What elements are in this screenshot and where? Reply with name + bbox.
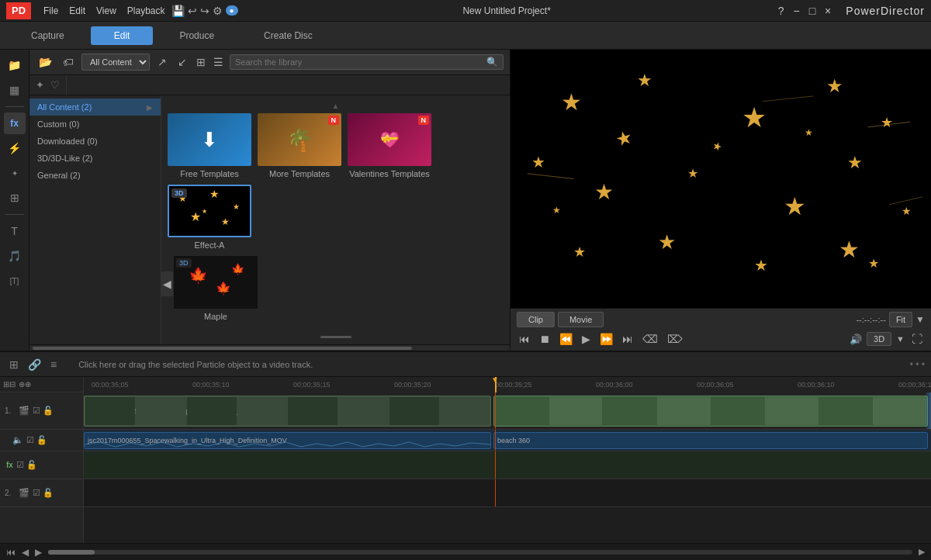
maximize-btn[interactable]: □ bbox=[807, 5, 818, 17]
fx-icon[interactable]: fx bbox=[4, 112, 26, 134]
grid-view-icon[interactable]: ⊞ bbox=[195, 54, 207, 70]
redo-icon[interactable]: ↪ bbox=[200, 5, 209, 17]
transition-icon[interactable]: ⚡ bbox=[4, 137, 26, 159]
go-next-btn[interactable]: ▶ bbox=[35, 547, 42, 558]
filter-all-icon[interactable]: ✦ bbox=[36, 79, 44, 91]
category-3d[interactable]: 3D/3D-Like (2) bbox=[29, 150, 161, 167]
timeline-scrollbar[interactable] bbox=[48, 550, 912, 555]
menu-file[interactable]: File bbox=[43, 5, 58, 16]
mark-out-btn[interactable]: ⌦ bbox=[665, 332, 685, 346]
play-btn[interactable]: ▶ bbox=[580, 332, 593, 346]
valentine-templates-item[interactable]: 💝 N Valentines Templates bbox=[348, 113, 431, 178]
volume-icon[interactable]: 🔊 bbox=[850, 334, 862, 345]
go-prev-btn[interactable]: ◀ bbox=[22, 547, 29, 558]
more-templates-item[interactable]: 🌴 N More Templates bbox=[258, 113, 341, 178]
track-1-lock[interactable]: 🔓 bbox=[43, 406, 54, 416]
scrollbar-thumb bbox=[48, 550, 95, 555]
clip-beach-video[interactable]: beach 360 bbox=[493, 396, 928, 427]
menu-view[interactable]: View bbox=[96, 5, 116, 16]
effect-a-item[interactable]: ★ ★ ★ ★ ★ ★ 3D Effect-A bbox=[168, 185, 251, 250]
fit-button[interactable]: Fit bbox=[889, 312, 912, 327]
smartslide-icon[interactable]: ▦ bbox=[4, 79, 26, 101]
menu-edit[interactable]: Edit bbox=[69, 5, 85, 16]
tick-4: 00;00;35;20 bbox=[394, 381, 431, 389]
playhead[interactable] bbox=[495, 377, 497, 392]
subtitle-icon[interactable]: [T] bbox=[4, 270, 26, 292]
maple-item[interactable]: 🍁 🍁 🍁 3D Maple bbox=[174, 256, 258, 321]
effect-a-3d-badge: 3D bbox=[171, 188, 187, 198]
track-audio-checkbox[interactable]: ☑ bbox=[26, 435, 34, 445]
fx-lock[interactable]: 🔓 bbox=[26, 460, 37, 470]
scroll-up-btn[interactable]: ▲ bbox=[168, 102, 504, 110]
undo-icon[interactable]: ↩ bbox=[188, 5, 197, 17]
clip-button[interactable]: Clip bbox=[517, 312, 555, 327]
tag-icon[interactable]: 🏷 bbox=[60, 54, 77, 70]
track-audio-lock[interactable]: 🔓 bbox=[36, 435, 47, 445]
tl-magnet-icon[interactable]: 🔗 bbox=[25, 357, 44, 372]
timeline-main: ⊞⊟ ⊕⊕ 1. 🎬 ☑ 🔓 🔈 ☑ 🔓 bbox=[0, 377, 931, 543]
clip-beach-audio[interactable]: beach 360 bbox=[493, 432, 928, 449]
tl-track-icon[interactable]: ≡ bbox=[47, 357, 60, 372]
next-frame-btn[interactable]: ⏩ bbox=[597, 332, 615, 346]
title-icon[interactable]: T bbox=[4, 220, 26, 242]
tracks-area: jsc2017m000655_Spacewalking_in_Ultra_Hig… bbox=[84, 392, 931, 543]
import-icon[interactable]: 📁 bbox=[4, 54, 26, 76]
minimize-btn[interactable]: − bbox=[791, 5, 801, 17]
movie-button[interactable]: Movie bbox=[558, 312, 604, 327]
category-custom[interactable]: Custom (0) bbox=[29, 116, 161, 133]
content-scrollbar[interactable] bbox=[29, 344, 510, 351]
export-icon[interactable]: ↗ bbox=[154, 54, 170, 70]
3d-dropdown-icon[interactable]: ▼ bbox=[896, 334, 905, 344]
sidebar-icons: 📁 ▦ fx ⚡ ✦ ⊞ T 🎵 [T] bbox=[0, 50, 29, 351]
scroll-right-arrow[interactable]: ▶ bbox=[919, 547, 925, 557]
list-view-icon[interactable]: ☰ bbox=[212, 54, 225, 70]
tl-snap-icon[interactable]: ⊞ bbox=[6, 357, 22, 372]
tab-edit[interactable]: Edit bbox=[91, 26, 154, 45]
save-icon[interactable]: 💾 bbox=[171, 5, 185, 17]
track-2-lock[interactable]: 🔓 bbox=[43, 488, 54, 498]
overlay-icon[interactable]: ⊞ bbox=[4, 187, 26, 209]
more-templates-thumb: 🌴 N bbox=[258, 113, 341, 166]
fullscreen-btn[interactable]: ⛶ bbox=[909, 332, 925, 346]
help-btn[interactable]: ? bbox=[776, 5, 787, 17]
fx-checkbox[interactable]: ☑ bbox=[16, 460, 24, 470]
fit-dropdown-icon[interactable]: ▼ bbox=[915, 314, 925, 325]
track-1-checkbox[interactable]: ☑ bbox=[33, 406, 40, 416]
3d-mode-btn[interactable]: 3D bbox=[867, 332, 891, 346]
search-input[interactable] bbox=[235, 57, 486, 67]
tab-capture[interactable]: Capture bbox=[8, 26, 88, 45]
prev-frame-btn[interactable]: ⏪ bbox=[557, 332, 575, 346]
play-to-start-btn[interactable]: ⏮ bbox=[517, 332, 532, 346]
import-file-icon[interactable]: ↙ bbox=[175, 54, 190, 70]
clip-spacewalking-video[interactable]: jsc2017m000655_Spacewalking_in_Ultra_Hig… bbox=[84, 396, 491, 427]
settings-icon[interactable]: ⚙ bbox=[213, 5, 223, 17]
valentine-badge: N bbox=[418, 116, 430, 125]
filter-fav-icon[interactable]: ♡ bbox=[50, 79, 60, 91]
track-1-icons: ☑ 🔓 bbox=[33, 406, 54, 416]
scroll-left-btn[interactable]: ◀ bbox=[161, 271, 173, 296]
category-general[interactable]: General (2) bbox=[29, 167, 161, 184]
mark-in-btn[interactable]: ⌫ bbox=[640, 332, 660, 346]
audio-icon[interactable]: 🎵 bbox=[4, 245, 26, 267]
svg-line-12 bbox=[889, 197, 922, 205]
menu-playback[interactable]: Playback bbox=[127, 5, 165, 16]
category-downloaded[interactable]: Downloaded (0) bbox=[29, 133, 161, 150]
filter-dropdown[interactable]: All Content bbox=[81, 54, 150, 71]
play-to-end-btn[interactable]: ⏭ bbox=[620, 332, 635, 346]
clip-spacewalking-audio[interactable]: jsc2017m000655_Spacewalking_in_Ultra_Hig… bbox=[84, 432, 491, 449]
category-all[interactable]: All Content (2) ▶ bbox=[29, 99, 161, 116]
go-start-btn[interactable]: ⏮ bbox=[6, 547, 16, 558]
particle-icon[interactable]: ✦ bbox=[4, 162, 26, 184]
tab-produce[interactable]: Produce bbox=[156, 26, 237, 45]
timecode-display: --:--:--:-- bbox=[856, 315, 885, 324]
timescale: 00;00;35;05 00;00;35;10 00;00;35;15 00;0… bbox=[84, 377, 931, 392]
stop-btn[interactable]: ⏹ bbox=[537, 332, 552, 346]
close-btn[interactable]: × bbox=[822, 5, 833, 17]
tl-more-icon[interactable]: • • • bbox=[910, 359, 925, 370]
add-media-icon[interactable]: 📂 bbox=[36, 54, 55, 70]
track-add-btn[interactable]: ⊕⊕ bbox=[19, 380, 31, 389]
star-14: ★ bbox=[754, 256, 768, 275]
tab-create-disc[interactable]: Create Disc bbox=[241, 26, 336, 45]
track-2-checkbox[interactable]: ☑ bbox=[33, 488, 40, 498]
free-templates-item[interactable]: ⬇ Free Templates bbox=[168, 113, 251, 178]
